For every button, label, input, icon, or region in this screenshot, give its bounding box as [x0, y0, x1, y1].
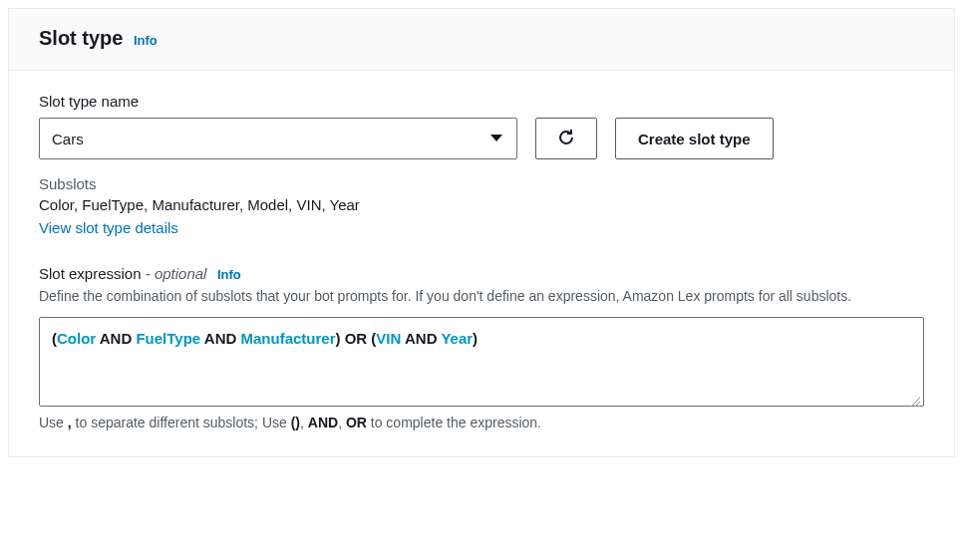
expression-token: FuelType	[136, 330, 200, 347]
expression-token: )	[473, 330, 478, 347]
panel-title: Slot type	[39, 27, 123, 49]
slot-expression-section: Slot expression - optional Info Define t…	[39, 265, 924, 430]
optional-text: - optional	[142, 265, 207, 282]
create-slot-type-button[interactable]: Create slot type	[615, 118, 774, 159]
slot-expression-heading-row: Slot expression - optional Info	[39, 265, 924, 283]
expression-token: AND	[200, 330, 240, 347]
refresh-button[interactable]	[535, 118, 597, 159]
slot-expression-description: Define the combination of subslots that …	[39, 287, 924, 307]
slot-type-select-wrap: Cars	[39, 118, 517, 159]
hint-text: to complete the expression.	[367, 415, 541, 430]
expression-token: Manufacturer	[240, 330, 335, 347]
subslots-label: Subslots	[39, 175, 924, 192]
hint-text: to separate different subslots; Use	[72, 415, 291, 430]
expression-token: Year	[441, 330, 473, 347]
slot-type-select[interactable]: Cars	[39, 118, 517, 159]
hint-or: OR	[346, 415, 367, 430]
subslots-list: Color, FuelType, Manufacturer, Model, VI…	[39, 196, 924, 213]
hint-text: ,	[338, 415, 346, 430]
expression-token: OR	[341, 330, 372, 347]
expression-token: VIN	[376, 330, 401, 347]
expression-token: AND	[401, 330, 441, 347]
hint-parens: ()	[291, 415, 300, 430]
create-slot-type-label: Create slot type	[638, 131, 751, 147]
svg-line-2	[919, 406, 920, 407]
hint-and: AND	[308, 415, 338, 430]
expression-token: AND	[96, 330, 136, 347]
info-link-expression[interactable]: Info	[217, 267, 241, 282]
hint-text: Use	[39, 415, 68, 430]
expression-hint: Use , to separate different subslots; Us…	[39, 415, 924, 430]
slot-expression-heading: Slot expression	[39, 265, 142, 282]
resize-handle-icon[interactable]	[909, 392, 921, 404]
expression-token: Color	[57, 330, 96, 347]
svg-line-0	[911, 398, 920, 407]
slot-type-selected-value: Cars	[52, 131, 84, 147]
view-slot-type-details-link[interactable]: View slot type details	[39, 219, 178, 236]
refresh-icon	[556, 128, 576, 150]
hint-text: ,	[300, 415, 308, 430]
slot-type-panel: Slot type Info Slot type name Cars	[8, 8, 955, 457]
subslots-section: Subslots Color, FuelType, Manufacturer, …	[39, 175, 924, 237]
slot-type-row: Cars Create slot type	[39, 118, 924, 159]
panel-body: Slot type name Cars Create	[9, 71, 954, 456]
slot-type-name-label: Slot type name	[39, 93, 924, 110]
slot-expression-input[interactable]: (Color AND FuelType AND Manufacturer) OR…	[39, 317, 924, 407]
panel-header: Slot type Info	[9, 9, 954, 71]
info-link-header[interactable]: Info	[134, 33, 158, 48]
